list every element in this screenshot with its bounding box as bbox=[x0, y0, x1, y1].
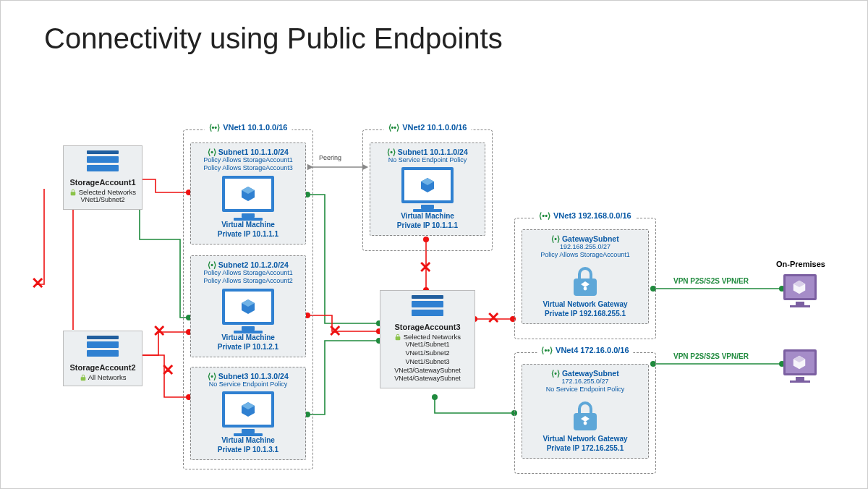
vnet1-subnet2: ⟨•⟩ Subnet2 10.1.2.0/24 Policy Allows St… bbox=[190, 255, 306, 357]
policy-line: Policy Allows StorageAccount2 bbox=[194, 277, 302, 285]
lock-icon bbox=[69, 189, 77, 196]
vm-label: Virtual Machine bbox=[194, 436, 302, 444]
storage-allowed-net: VNet1/Subnet1 bbox=[383, 341, 472, 349]
vm-icon bbox=[222, 391, 274, 435]
subnet-icon: ⟨•⟩ bbox=[551, 369, 560, 378]
lock-icon bbox=[394, 333, 401, 341]
blocked-icon: ✕ bbox=[487, 310, 500, 326]
vm-ip: Private IP 10.1.1.1 bbox=[194, 230, 302, 238]
storage-allowed-net: VNet1/Subnet3 bbox=[383, 358, 472, 367]
storage-firewall: All Networks bbox=[67, 373, 139, 381]
gateway-label: Virtual Network Gateway bbox=[525, 435, 645, 443]
vnet2-subnet1: ⟨•⟩ Subnet1 10.1.1.0/24 No Service Endpo… bbox=[370, 143, 485, 236]
svg-point-3 bbox=[584, 421, 587, 425]
storage-allowed-net: VNet1/Subnet2 bbox=[383, 349, 472, 358]
gateway-ip: Private IP 192.168.255.1 bbox=[525, 310, 645, 318]
storage-name: StorageAccount3 bbox=[383, 323, 472, 331]
subnet-header: ⟨•⟩ Subnet1 10.1.1.0/24 bbox=[373, 148, 482, 156]
subnet-header: ⟨•⟩ GatewaySubnet bbox=[525, 234, 645, 243]
blocked-icon: ✕ bbox=[419, 260, 432, 276]
storage-allowed-net: VNet3/GatewaySubnet bbox=[383, 367, 472, 375]
vnet1-subnet3: ⟨•⟩ Subnet3 10.1.3.0/24 No Service Endpo… bbox=[190, 367, 306, 460]
policy-line: Policy Allows StorageAccount1 bbox=[194, 156, 302, 164]
vnet1-subnet1: ⟨•⟩ Subnet1 10.1.1.0/24 Policy Allows St… bbox=[190, 143, 306, 244]
storage-icon bbox=[412, 295, 443, 320]
vm-icon bbox=[401, 167, 454, 211]
subnet-icon: ⟨•⟩ bbox=[387, 148, 396, 156]
subnet-icon: ⟨•⟩ bbox=[208, 372, 216, 380]
subnet-header: ⟨•⟩ Subnet3 10.1.3.0/24 bbox=[194, 372, 302, 380]
vnet-icon: ⟨••⟩ bbox=[541, 346, 553, 354]
subnet-header: ⟨•⟩ GatewaySubnet bbox=[525, 369, 645, 378]
onprem-title: On-Premises bbox=[776, 260, 825, 268]
vnet-icon: ⟨••⟩ bbox=[539, 211, 550, 220]
vnet-icon: ⟨••⟩ bbox=[388, 123, 400, 132]
subnet-icon: ⟨•⟩ bbox=[208, 148, 216, 156]
vpn-link-label: VPN P2S/S2S VPN/ER bbox=[673, 352, 749, 360]
storage-account-1: StorageAccount1 Selected Networks VNet1/… bbox=[63, 145, 142, 210]
vnet-icon: ⟨••⟩ bbox=[209, 123, 221, 132]
gateway-icon bbox=[568, 264, 603, 299]
subnet-icon: ⟨•⟩ bbox=[208, 260, 216, 269]
vm-ip: Private IP 10.1.2.1 bbox=[194, 343, 302, 351]
vm-label: Virtual Machine bbox=[194, 333, 302, 341]
vm-icon bbox=[222, 289, 274, 332]
storage-allowed-net: VNet1/Subnet2 bbox=[67, 196, 139, 205]
vm-label: Virtual Machine bbox=[194, 221, 302, 229]
gateway-label: Virtual Network Gateway bbox=[525, 300, 645, 308]
policy-line: Policy Allows StorageAccount1 bbox=[194, 269, 302, 277]
policy-line: Policy Allows StorageAccount1 bbox=[525, 251, 645, 259]
gateway-ip: Private IP 172.16.255.1 bbox=[525, 444, 645, 452]
storage-firewall: Selected Networks bbox=[67, 188, 139, 196]
gateway-icon bbox=[568, 399, 603, 433]
storage-account-3: StorageAccount3 Selected Networks VNet1/… bbox=[380, 290, 475, 388]
subnet-cidr: 172.16.255.0/27 bbox=[525, 378, 645, 386]
policy-line: No Service Endpoint Policy bbox=[194, 380, 302, 388]
vnet-label: ⟨••⟩VNet4 172.16.0.0/16 bbox=[537, 346, 633, 355]
lock-icon bbox=[80, 374, 87, 381]
storage-name: StorageAccount1 bbox=[67, 178, 139, 187]
blocked-icon: ✕ bbox=[31, 276, 44, 292]
policy-line: No Service Endpoint Policy bbox=[525, 386, 645, 394]
storage-name: StorageAccount2 bbox=[67, 363, 139, 372]
vpn-link-label: VPN P2S/S2S VPN/ER bbox=[673, 277, 749, 285]
blocked-icon: ✕ bbox=[328, 323, 341, 339]
blocked-icon: ✕ bbox=[153, 323, 166, 339]
svg-point-2 bbox=[584, 286, 587, 290]
storage-account-2: StorageAccount2 All Networks bbox=[63, 331, 142, 386]
storage-icon bbox=[87, 336, 119, 360]
subnet-cidr: 192.168.255.0/27 bbox=[525, 243, 645, 251]
vm-ip: Private IP 10.1.3.1 bbox=[194, 446, 302, 454]
blocked-icon: ✕ bbox=[161, 362, 174, 378]
subnet-header: ⟨•⟩ Subnet2 10.1.2.0/24 bbox=[194, 260, 302, 269]
peering-label: Peering bbox=[319, 154, 341, 161]
storage-firewall: Selected Networks bbox=[383, 333, 472, 341]
vm-ip: Private IP 10.1.1.1 bbox=[373, 221, 482, 229]
vnet-label: ⟨••⟩VNet2 10.1.0.0/16 bbox=[384, 123, 472, 132]
vnet-label: ⟨••⟩VNet3 192.168.0.0/16 bbox=[535, 211, 635, 221]
vm-label: Virtual Machine bbox=[373, 212, 482, 220]
storage-allowed-net: VNet4/GatewaySubnet bbox=[383, 375, 472, 383]
onprem-server-icon bbox=[783, 349, 817, 381]
subnet-header: ⟨•⟩ Subnet1 10.1.1.0/24 bbox=[194, 148, 302, 156]
policy-line: No Service Endpoint Policy bbox=[373, 156, 482, 164]
onprem-server-icon bbox=[783, 274, 817, 306]
vnet-label: ⟨••⟩VNet1 10.1.0.0/16 bbox=[205, 123, 292, 132]
storage-icon bbox=[87, 150, 119, 175]
policy-line: Policy Allows StorageAccount3 bbox=[194, 164, 302, 172]
vnet3-gateway-subnet: ⟨•⟩ GatewaySubnet 192.168.255.0/27 Polic… bbox=[522, 229, 649, 324]
vnet4-gateway-subnet: ⟨•⟩ GatewaySubnet 172.16.255.0/27 No Ser… bbox=[522, 364, 649, 459]
subnet-icon: ⟨•⟩ bbox=[551, 234, 560, 243]
vm-icon bbox=[222, 176, 274, 219]
page-title: Connectivity using Public Endpoints bbox=[44, 22, 503, 55]
